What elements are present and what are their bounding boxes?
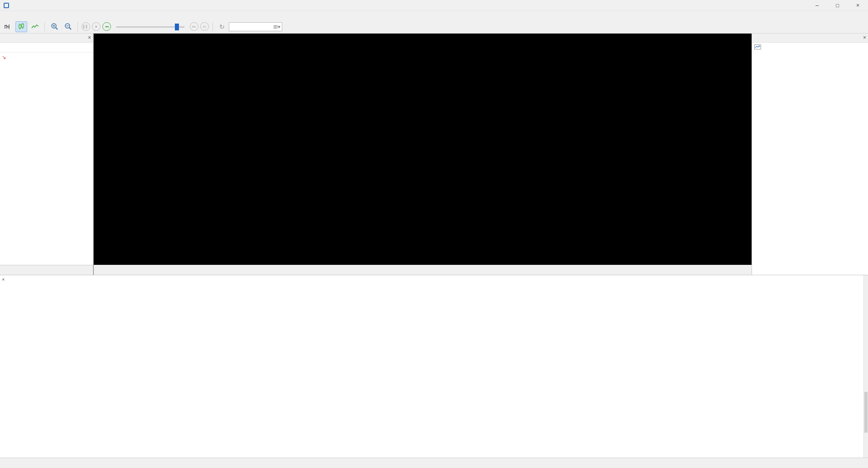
speed-slider[interactable]	[116, 23, 184, 31]
toolbar: ▌▌ ■ ◂◂ ▸▸ ▸| ↻ ⊞▾	[0, 20, 868, 34]
minimize-button[interactable]: –	[807, 0, 827, 11]
chart-zone	[93, 34, 752, 275]
history-close-icon[interactable]: ×	[2, 277, 5, 282]
market-watch-row-gold[interactable]: ↘	[0, 53, 93, 62]
app-icon	[4, 3, 9, 8]
data-window-symbol-row	[752, 43, 868, 52]
trend-down-icon: ↘	[2, 54, 6, 60]
skip-end-button[interactable]: ▸|	[200, 22, 209, 31]
zoom-out-button[interactable]	[62, 21, 74, 32]
slider-track	[116, 26, 184, 28]
chart-area[interactable]	[94, 34, 752, 265]
market-watch-close-icon[interactable]: ×	[88, 34, 91, 41]
data-window-close-icon[interactable]: ×	[863, 34, 866, 41]
pause-button[interactable]: ▌▌	[82, 22, 90, 31]
refresh-icon[interactable]: ↻	[219, 23, 225, 30]
candlestick-chart-icon	[18, 23, 25, 30]
table-scrollbar[interactable]	[863, 275, 868, 458]
menu-bar	[0, 11, 868, 20]
skip-to-date-input[interactable]: ⊞▾	[229, 22, 282, 31]
tick-chart-icon	[4, 24, 11, 30]
data-window-panel: ×	[752, 34, 868, 275]
zoom-out-icon	[64, 23, 72, 30]
rewind-button[interactable]: ◂◂	[102, 22, 111, 31]
stop-button[interactable]: ■	[92, 22, 101, 31]
candles-chart-button[interactable]	[15, 21, 27, 32]
calendar-icon[interactable]: ⊞▾	[273, 24, 280, 30]
tick-chart-button[interactable]	[2, 21, 14, 32]
scrollbar-thumb[interactable]	[864, 392, 868, 433]
market-watch-header-row	[0, 43, 93, 53]
market-watch-panel: × ↘	[0, 34, 93, 275]
zoom-in-button[interactable]	[48, 21, 60, 32]
zoom-in-icon	[51, 23, 58, 30]
line-chart-button[interactable]	[29, 21, 41, 32]
maximize-button[interactable]: □	[827, 0, 848, 11]
market-watch-tabs	[0, 265, 93, 275]
chart-tab-strip	[94, 265, 752, 275]
forward-button[interactable]: ▸▸	[190, 22, 198, 31]
toolbox-tab-bar	[0, 458, 868, 468]
chart-line-icon	[754, 44, 761, 49]
slider-handle[interactable]	[175, 24, 179, 30]
title-bar: – □ ×	[0, 0, 868, 11]
close-button[interactable]: ×	[848, 0, 868, 11]
line-chart-icon	[31, 24, 39, 30]
history-panel: ×	[0, 275, 868, 458]
